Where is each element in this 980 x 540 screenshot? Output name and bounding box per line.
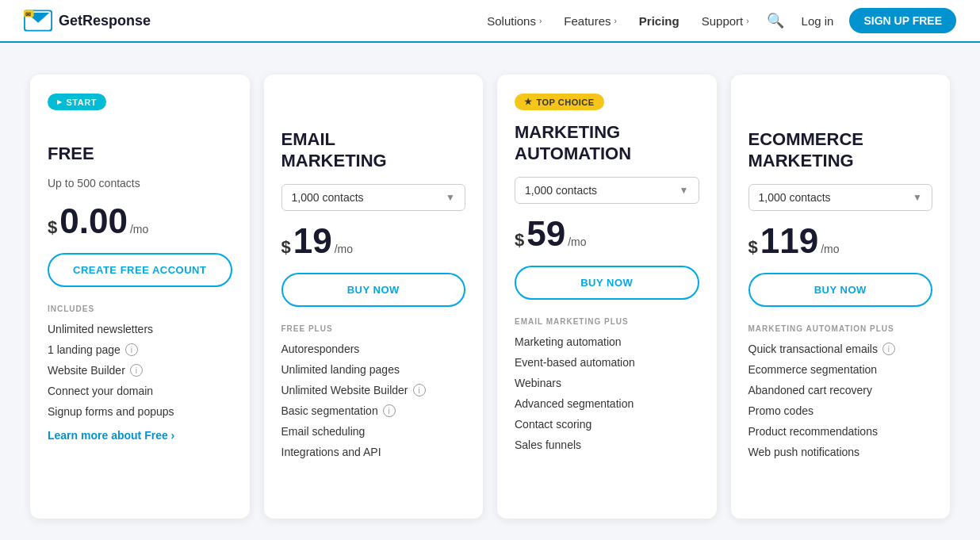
list-item: Quick transactional emails i [748, 343, 933, 355]
price-period-automation: /mo [568, 236, 586, 248]
login-link[interactable]: Log in [792, 10, 844, 33]
section-label-free: INCLUDES [48, 304, 232, 313]
cta-email-button[interactable]: BUY NOW [281, 273, 466, 307]
info-icon[interactable]: i [383, 404, 396, 417]
price-row-ecommerce: $ 119 /mo [748, 224, 933, 259]
list-item: Unlimited Website Builder i [281, 384, 466, 396]
plan-name-automation: MARKETINGAUTOMATION [515, 121, 699, 164]
price-row-free: $ 0.00 /mo [48, 204, 232, 239]
plan-free: ▸ START FREE Up to 500 contacts $ 0.00 /… [30, 75, 250, 519]
pricing-grid: ▸ START FREE Up to 500 contacts $ 0.00 /… [30, 75, 950, 519]
svg-text:✉: ✉ [25, 11, 31, 18]
badge-label: START [67, 98, 97, 107]
list-item: Sales funnels [515, 439, 699, 451]
list-item: Marketing automation [515, 335, 699, 348]
search-icon[interactable]: 🔍 [759, 7, 792, 34]
features-list-email: Autoresponders Unlimited landing pages U… [281, 343, 466, 458]
list-item: Promo codes [748, 404, 933, 417]
list-item: Integrations and API [281, 446, 466, 458]
info-icon[interactable]: i [125, 343, 138, 356]
price-dollar: $ [48, 217, 57, 238]
list-item: Abandoned cart recovery [748, 384, 933, 396]
list-item: Autoresponders [281, 343, 466, 355]
list-item: Event-based automation [515, 356, 699, 369]
list-item: Web push notifications [748, 446, 933, 458]
price-amount-automation: 59 [526, 216, 565, 251]
price-row-automation: $ 59 /mo [515, 216, 699, 251]
cta-automation-button[interactable]: BUY NOW [515, 266, 699, 300]
contacts-dropdown-email[interactable]: 1,000 contacts ▼ [281, 184, 466, 211]
logo-icon: ✉ [24, 10, 52, 32]
plan-name-email: EMAILMARKETING [281, 128, 466, 171]
list-item: Webinars [515, 377, 699, 389]
signup-button[interactable]: SIGN UP FREE [849, 8, 956, 33]
list-item: Basic segmentation i [281, 404, 466, 417]
plan-name-free: FREE [48, 121, 232, 164]
price-dollar: $ [515, 230, 524, 251]
price-amount-email: 19 [293, 224, 332, 259]
price-period-free: /mo [130, 223, 148, 236]
price-row-email: $ 19 /mo [281, 224, 466, 259]
list-item: Contact scoring [515, 418, 699, 431]
list-item: Unlimited landing pages [281, 363, 466, 376]
section-label-ecommerce: MARKETING AUTOMATION PLUS [748, 324, 933, 333]
badge-label-top: TOP CHOICE [537, 98, 595, 107]
plan-email-marketing: EMAILMARKETING 1,000 contacts ▼ $ 19 /mo… [264, 75, 484, 519]
contacts-info-free: Up to 500 contacts [48, 177, 232, 190]
navbar: ✉ GetResponse Solutions › Features › Pri… [0, 0, 980, 43]
list-item: Website Builder i [48, 364, 232, 377]
price-period-ecommerce: /mo [821, 243, 839, 255]
list-item: Product recommendations [748, 425, 933, 438]
main-content: ▸ START FREE Up to 500 contacts $ 0.00 /… [14, 43, 966, 540]
features-list-automation: Marketing automation Event-based automat… [515, 335, 699, 451]
price-amount-ecommerce: 119 [760, 224, 818, 259]
badge-top: ★ TOP CHOICE [515, 94, 604, 110]
info-icon[interactable]: i [413, 384, 426, 396]
cta-free-button[interactable]: CREATE FREE ACCOUNT [48, 253, 232, 287]
nav-item-solutions[interactable]: Solutions › [477, 10, 551, 33]
contacts-dropdown-ecommerce[interactable]: 1,000 contacts ▼ [748, 184, 933, 211]
info-icon[interactable]: i [130, 364, 143, 377]
logo[interactable]: ✉ GetResponse [24, 10, 151, 32]
badge-start: ▸ START [48, 94, 106, 110]
list-item: Signup forms and popups [48, 405, 232, 418]
contacts-dropdown-automation[interactable]: 1,000 contacts ▼ [515, 177, 699, 204]
list-item: Advanced segmentation [515, 397, 699, 410]
features-list-free: Unlimited newsletters 1 landing page i W… [48, 323, 232, 418]
price-amount-free: 0.00 [59, 204, 128, 239]
price-dollar: $ [281, 237, 291, 258]
plan-marketing-automation: ★ TOP CHOICE MARKETINGAUTOMATION 1,000 c… [497, 75, 717, 519]
list-item: Email scheduling [281, 425, 466, 438]
nav-links: Solutions › Features › Pricing Support › [477, 10, 758, 33]
plan-ecommerce: ECOMMERCEMARKETING 1,000 contacts ▼ $ 11… [731, 75, 951, 519]
badge-star-icon: ★ [524, 97, 533, 107]
section-label-automation: EMAIL MARKETING PLUS [515, 317, 699, 326]
learn-more-link[interactable]: Learn more about Free › [48, 429, 232, 442]
features-list-ecommerce: Quick transactional emails i Ecommerce s… [748, 343, 933, 458]
price-dollar: $ [748, 237, 758, 258]
list-item: Ecommerce segmentation [748, 363, 933, 376]
info-icon[interactable]: i [882, 343, 895, 355]
plan-name-ecommerce: ECOMMERCEMARKETING [748, 128, 933, 171]
nav-item-pricing[interactable]: Pricing [630, 10, 689, 33]
dropdown-arrow: ▼ [913, 192, 922, 203]
list-item: Unlimited newsletters [48, 323, 232, 335]
price-period-email: /mo [335, 243, 353, 255]
nav-item-support[interactable]: Support › [692, 10, 759, 33]
badge-icon: ▸ [57, 97, 63, 107]
dropdown-arrow: ▼ [446, 192, 455, 203]
dropdown-arrow: ▼ [679, 185, 689, 196]
list-item: Connect your domain [48, 385, 232, 397]
cta-ecommerce-button[interactable]: BUY NOW [748, 273, 933, 307]
nav-item-features[interactable]: Features › [554, 10, 626, 33]
section-label-email: FREE PLUS [281, 324, 466, 333]
list-item: 1 landing page i [48, 343, 232, 356]
logo-text: GetResponse [59, 13, 151, 29]
